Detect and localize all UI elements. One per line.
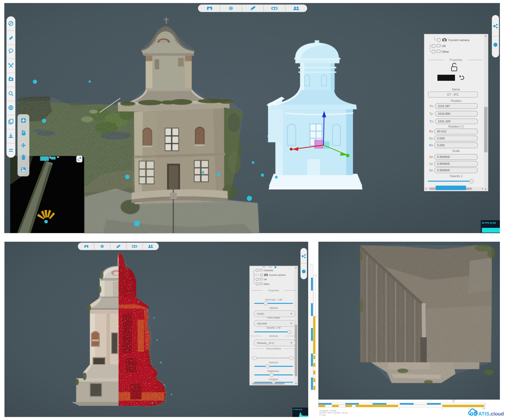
svg-text:Tz:: Tz: xyxy=(429,120,434,123)
svg-text:Sx:: Sx: xyxy=(429,155,433,158)
svg-text:/: / xyxy=(273,353,274,356)
svg-text:1122.267: 1122.267 xyxy=(438,104,450,108)
svg-text:Cameras: Cameras xyxy=(264,269,273,272)
svg-text:Other: Other xyxy=(442,50,449,53)
svg-text:Properties: Properties xyxy=(268,289,279,292)
svg-text:(1).960 m 7/50 G, (23.846) x 1: (1).960 m 7/50 G, (23.846) x 16 (10) xyxy=(319,412,347,414)
svg-text:0.000: 0.000 xyxy=(437,144,445,147)
svg-text:Ty:: Ty: xyxy=(429,112,433,115)
svg-text:Current camera: Current camera xyxy=(448,38,469,42)
svg-text:Name: Name xyxy=(452,88,460,91)
svg-text:5: 5 xyxy=(316,275,317,276)
svg-text:Point size : 1.00: Point size : 1.00 xyxy=(265,298,282,301)
svg-text:SQUARE: SQUARE xyxy=(257,322,267,325)
svg-text:0 FPS (0-0): 0 FPS (0-0) xyxy=(293,408,302,410)
svg-text:HS 80point: +0.76px9: HS 80point: +0.76px9 xyxy=(319,410,336,412)
svg-text:Planarity__(0.1): Planarity__(0.1) xyxy=(257,342,274,344)
svg-text:Opacity 1: Opacity 1 xyxy=(450,174,462,178)
svg-text:100: 100 xyxy=(452,400,455,401)
svg-text:8: 8 xyxy=(468,407,469,409)
svg-text:ATIS.cloud: ATIS.cloud xyxy=(478,411,504,417)
svg-text:Position: Position xyxy=(451,99,461,102)
svg-text:Scale: Scale xyxy=(452,149,460,152)
svg-text:Tx:: Tx: xyxy=(429,104,434,108)
svg-text:Opacity :1.00: Opacity :1.00 xyxy=(267,326,281,329)
svg-text:Ry:: Ry: xyxy=(429,137,434,140)
svg-text:Sy:: Sy: xyxy=(429,162,433,165)
svg-text:Properties: Properties xyxy=(449,58,462,62)
svg-text:Brightness:: Brightness: xyxy=(268,370,279,372)
svg-text:FIXED: FIXED xyxy=(257,313,264,315)
svg-text:VR: VR xyxy=(442,44,446,48)
svg-text:1016.890: 1016.890 xyxy=(438,112,450,115)
svg-text:Method: Method xyxy=(270,307,278,309)
svg-text:Extra Attribute: Extra Attribute xyxy=(266,347,281,350)
svg-text:90.012: 90.012 xyxy=(437,130,446,133)
svg-text:Contrast:: Contrast: xyxy=(269,378,278,381)
svg-text:Attribute: Attribute xyxy=(269,335,278,337)
svg-text:Sz:: Sz: xyxy=(429,169,433,172)
svg-text:C7_pcw: C7_pcw xyxy=(319,414,326,416)
svg-text:100: 100 xyxy=(483,407,485,409)
svg-text:Gamma:: Gamma: xyxy=(269,361,278,364)
svg-text:Rz:: Rz: xyxy=(429,144,434,147)
svg-text:1: 1 xyxy=(310,263,311,265)
svg-text:0: 0 xyxy=(442,407,442,409)
svg-text:4: 4 xyxy=(399,407,400,409)
svg-text:Rotation (°): Rotation (°) xyxy=(448,125,464,128)
svg-text:0.994605: 0.994605 xyxy=(437,155,450,158)
svg-text:60 FPS (0-60): 60 FPS (0-60) xyxy=(482,222,496,224)
svg-text:C7 - IFC: C7 - IFC xyxy=(447,93,459,96)
svg-text:VR: VR xyxy=(264,278,267,281)
svg-text:Point shape: Point shape xyxy=(267,316,280,319)
svg-text:0: 0 xyxy=(318,401,319,403)
svg-text:0.000: 0.000 xyxy=(437,137,445,140)
svg-text:Current camera: Current camera xyxy=(269,274,286,276)
svg-text:2: 2 xyxy=(316,353,317,355)
svg-text:0.994605: 0.994605 xyxy=(437,169,450,172)
svg-text:1: 1 xyxy=(316,316,317,317)
svg-text:Other: Other xyxy=(264,283,270,285)
svg-text:Rx:: Rx: xyxy=(429,130,434,133)
svg-text:1001.429: 1001.429 xyxy=(438,120,450,123)
svg-text:0.994605: 0.994605 xyxy=(437,162,450,165)
